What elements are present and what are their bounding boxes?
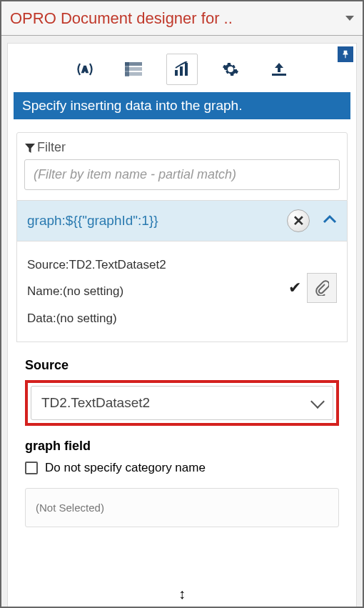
collapse-icon[interactable] bbox=[323, 214, 337, 227]
graph-field-label: graph field bbox=[25, 439, 339, 454]
category-select[interactable]: (Not Selected) bbox=[25, 488, 339, 527]
toolbar: A bbox=[8, 44, 356, 92]
svg-rect-4 bbox=[125, 62, 129, 76]
source-field: Source TD2.TextDataset2 graph field Do n… bbox=[25, 358, 339, 527]
meta-name: Name:(no setting) bbox=[27, 278, 166, 304]
source-label: Source bbox=[25, 358, 339, 373]
attach-button[interactable] bbox=[307, 273, 337, 303]
svg-rect-6 bbox=[180, 66, 183, 76]
category-checkbox[interactable] bbox=[25, 462, 38, 474]
panel-header: OPRO Document designer for .. bbox=[1, 1, 363, 36]
dropdown-caret-icon[interactable] bbox=[345, 16, 354, 21]
meta-data: Data:(no setting) bbox=[27, 305, 166, 332]
svg-rect-7 bbox=[185, 63, 188, 76]
tab-upload[interactable] bbox=[263, 54, 295, 85]
filter-icon bbox=[24, 142, 36, 154]
source-highlight: TD2.TextDataset2 bbox=[25, 380, 339, 426]
filter-input[interactable] bbox=[24, 159, 340, 190]
resize-handle-icon[interactable]: ↕ bbox=[178, 586, 186, 602]
filter-label: Filter bbox=[24, 140, 340, 155]
panel-body: A Specify inserting data into the graph.… bbox=[7, 43, 357, 607]
svg-text:A: A bbox=[82, 65, 88, 74]
svg-rect-8 bbox=[272, 74, 286, 76]
tab-tables[interactable] bbox=[118, 54, 149, 85]
svg-rect-5 bbox=[175, 70, 178, 76]
category-checkbox-label: Do not specify category name bbox=[45, 461, 206, 475]
tab-variables[interactable]: A bbox=[69, 54, 101, 85]
remove-graph-button[interactable]: ✕ bbox=[287, 209, 310, 232]
filter-section: Filter bbox=[16, 132, 348, 201]
graph-meta: Source:TD2.TextDataset2 Name:(no setting… bbox=[16, 241, 348, 342]
tab-settings[interactable] bbox=[215, 54, 246, 85]
check-icon[interactable]: ✔ bbox=[288, 279, 301, 297]
meta-source: Source:TD2.TextDataset2 bbox=[27, 251, 166, 278]
section-title: Specify inserting data into the graph. bbox=[14, 92, 350, 119]
panel-title: OPRO Document designer for .. bbox=[10, 9, 233, 28]
graph-id-label: graph:${{"graphId":1}} bbox=[27, 213, 158, 229]
tab-chart[interactable] bbox=[166, 54, 198, 85]
source-select[interactable]: TD2.TextDataset2 bbox=[31, 386, 333, 420]
chevron-down-icon bbox=[310, 394, 325, 409]
graph-item-header[interactable]: graph:${{"graphId":1}} ✕ bbox=[16, 201, 348, 241]
